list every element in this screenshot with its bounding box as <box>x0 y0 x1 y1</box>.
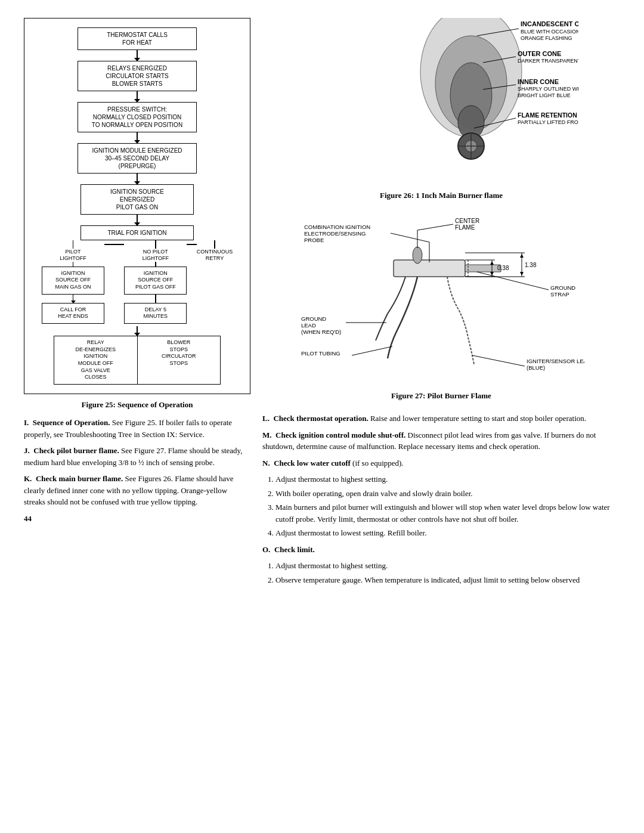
svg-line-47 <box>352 346 392 355</box>
svg-text:ELECTRODE/SENSING: ELECTRODE/SENSING <box>304 230 366 237</box>
figure26-svg-container: INCANDESCENT OUTER MANTLE BLUE WITH OCCA… <box>262 18 620 191</box>
figure27-caption: Figure 27: Pilot Burner Flame <box>262 391 620 401</box>
label-K: K. <box>24 474 32 483</box>
arrow-4 <box>137 174 138 184</box>
branch-label-no-pilot: NO PILOT LIGHTOFF <box>143 249 169 262</box>
svg-text:ORANGE FLASHING: ORANGE FLASHING <box>521 35 572 41</box>
figure26: INCANDESCENT OUTER MANTLE BLUE WITH OCCA… <box>262 18 620 200</box>
figure25-caption: Figure 25: Sequence of Operation <box>24 400 250 410</box>
label-center-flame: CENTER <box>455 218 479 224</box>
body-section-L: L. Check thermostat operation. Raise and… <box>262 413 620 425</box>
arrow-3 <box>137 132 138 143</box>
svg-text:INNER CONE: INNER CONE <box>518 78 559 85</box>
bold-L: Check thermostat operation. <box>273 414 368 423</box>
fc-box-ignition-module: IGNITION MODULE ENERGIZED 30–45 SECOND D… <box>78 143 197 174</box>
svg-line-39 <box>391 233 429 242</box>
label-ground-strap: GROUND <box>550 284 575 291</box>
text-N-suffix: (if so equipped). <box>351 459 404 467</box>
svg-rect-23 <box>465 265 501 272</box>
blower-col: BLOWER STOPS CIRCULATOR STOPS <box>138 336 221 384</box>
figure27-svg-container: CENTER FLAME COMBINATION IGNITION ELECTR… <box>262 212 620 391</box>
fc-box-ign-off-pilot: IGNITION SOURCE OFF PILOT GAS OFF <box>124 267 187 295</box>
bold-N: Check low water cutoff <box>274 459 351 467</box>
svg-text:BRIGHT LIGHT BLUE: BRIGHT LIGHT BLUE <box>518 92 571 98</box>
svg-line-48 <box>472 355 525 366</box>
branch-label-pilot: PILOT LIGHTOFF <box>60 249 86 262</box>
fc-box-call-heat-ends: CALL FOR HEAT ENDS <box>42 303 104 324</box>
left-column: THERMOSTAT CALLS FOR HEAT RELAYS ENERGIZ… <box>24 18 250 815</box>
fc-box-ignition-source: IGNITION SOURCE ENERGIZED PILOT GAS ON <box>80 184 194 215</box>
svg-rect-21 <box>394 260 465 277</box>
figure27-svg: CENTER FLAME COMBINATION IGNITION ELECTR… <box>298 212 584 391</box>
bold-I: Sequence of Operation. <box>33 418 110 427</box>
bold-O: Check limit. <box>274 545 315 554</box>
label-N: N. <box>262 459 270 467</box>
list-N-item-2: With boiler operating, open drain valve … <box>275 488 620 500</box>
svg-text:LEAD: LEAD <box>301 322 316 329</box>
label-M: M. <box>262 431 272 439</box>
list-O-item-1: Adjust thermostat to highest setting. <box>275 560 620 572</box>
relay-col: RELAY DE-ENERGIZES IGNITION MODULE OFF G… <box>54 336 138 384</box>
body-section-K: K. Check main burner flame. See Figures … <box>24 473 250 508</box>
label-L: L. <box>262 414 270 423</box>
svg-text:(BLUE): (BLUE) <box>527 364 545 371</box>
svg-line-36 <box>417 224 453 230</box>
label-dim-038: 0.38 <box>497 265 509 271</box>
fc-box-delay-5: DELAY 5 MINUTES <box>124 303 187 324</box>
body-list-N: Adjust thermostat to highest setting. Wi… <box>262 473 620 539</box>
arrow-5 <box>137 215 138 225</box>
fc-box-ign-off-main: IGNITION SOURCE OFF MAIN GAS ON <box>42 267 104 295</box>
fc-box-trial: TRIAL FOR IGNITION <box>80 225 194 240</box>
body-section-J: J. Check pilot burner flame. See Figure … <box>24 445 250 468</box>
label-O: O. <box>262 545 270 554</box>
svg-text:PARTIALLY LIFTED FROM BURNER: PARTIALLY LIFTED FROM BURNER <box>518 119 578 125</box>
figure27: CENTER FLAME COMBINATION IGNITION ELECTR… <box>262 212 620 401</box>
svg-marker-33 <box>520 254 524 258</box>
label-pilot-tubing: PILOT TUBING <box>301 350 340 357</box>
list-N-item-1: Adjust thermostat to highest setting. <box>275 473 620 485</box>
label-combination: COMBINATION IGNITION <box>304 224 370 230</box>
body-section-M: M. Check ignition control module shut-of… <box>262 429 620 453</box>
list-N-item-3: Main burners and pilot burner will extin… <box>275 501 620 525</box>
svg-point-22 <box>413 247 422 264</box>
bold-K: Check main burner flame. <box>36 474 123 483</box>
svg-text:SHARPLY OUTLINED WITH: SHARPLY OUTLINED WITH <box>518 86 578 92</box>
relay-blower-box: RELAY DE-ENERGIZES IGNITION MODULE OFF G… <box>54 336 221 385</box>
flowchart-container: THERMOSTAT CALLS FOR HEAT RELAYS ENERGIZ… <box>24 18 250 394</box>
svg-text:PROBE: PROBE <box>304 237 324 243</box>
text-L: Raise and lower temperature setting to s… <box>369 414 586 423</box>
bold-J: Check pilot burner flame. <box>33 446 119 455</box>
page: THERMOSTAT CALLS FOR HEAT RELAYS ENERGIZ… <box>0 0 644 833</box>
svg-marker-34 <box>520 272 524 275</box>
fc-box-pressure: PRESSURE SWITCH: NORMALLY CLOSED POSITIO… <box>78 102 197 132</box>
right-column: INCANDESCENT OUTER MANTLE BLUE WITH OCCA… <box>262 18 620 815</box>
figure26-caption: Figure 26: 1 Inch Main Burner flame <box>262 191 620 200</box>
body-list-O: Adjust thermostat to highest setting. Ob… <box>262 560 620 586</box>
svg-text:(WHEN REQ'D): (WHEN REQ'D) <box>301 329 341 335</box>
svg-text:OUTER CONE: OUTER CONE <box>518 50 561 57</box>
branch-section: PILOT LIGHTOFF IGNITION SOURCE OFF MAIN … <box>30 240 244 324</box>
label-igniter-lead: IGNITER/SENSOR LEAD <box>527 358 584 364</box>
svg-marker-28 <box>490 261 494 265</box>
body-section-N: N. Check low water cutoff (if so equippe… <box>262 457 620 469</box>
svg-text:STRAP: STRAP <box>550 291 569 298</box>
svg-text:BLUE WITH OCCASIONAL: BLUE WITH OCCASIONAL <box>521 29 578 35</box>
list-O-item-2: Observe temperature gauge. When temperat… <box>275 574 620 586</box>
svg-line-45 <box>477 272 549 290</box>
branch-label-continuous: CONTINUOUS RETRY <box>197 249 233 262</box>
fc-box-relays: RELAYS ENERGIZED CIRCULATOR STARTS BLOWE… <box>78 61 197 91</box>
arrow-1 <box>137 50 138 61</box>
svg-text:FLAME RETENTION INNER CONE: FLAME RETENTION INNER CONE <box>518 112 578 119</box>
flowchart: THERMOSTAT CALLS FOR HEAT RELAYS ENERGIZ… <box>30 27 244 385</box>
bold-M: Check ignition control module shut-off. <box>275 431 405 439</box>
svg-marker-29 <box>490 272 494 275</box>
label-incandescent: INCANDESCENT OUTER MANTLE <box>521 20 578 27</box>
list-N-item-4: Adjust thermostat to lowest setting. Ref… <box>275 527 620 539</box>
body-section-I: I. Sequence of Operation. See Figure 25.… <box>24 417 250 440</box>
label-J: J. <box>24 446 30 455</box>
body-section-O: O. Check limit. <box>262 544 620 556</box>
arrow-2 <box>137 91 138 102</box>
label-I: I. <box>24 418 29 427</box>
fc-box-start: THERMOSTAT CALLS FOR HEAT <box>78 27 197 50</box>
label-dim-138: 1.38 <box>525 262 537 268</box>
